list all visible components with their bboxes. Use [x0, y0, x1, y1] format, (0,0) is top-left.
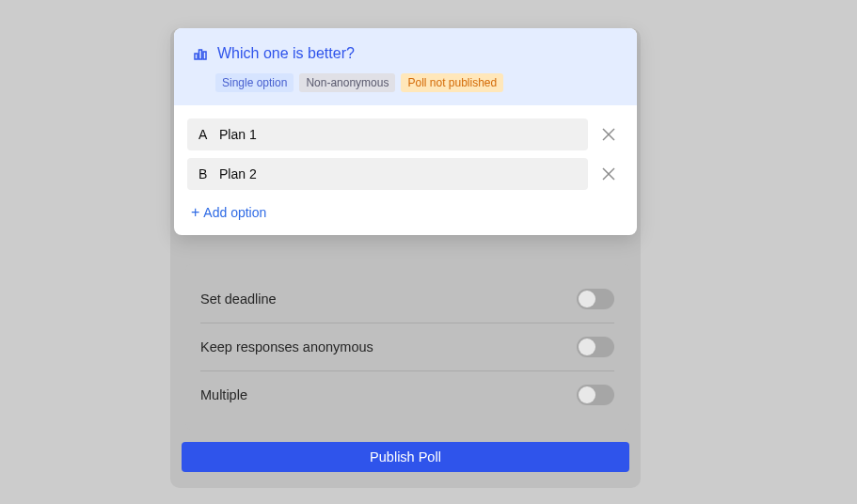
- close-icon: [602, 167, 615, 181]
- poll-settings-section: Set deadline Keep responses anonymous Mu…: [185, 264, 629, 430]
- plus-icon: +: [191, 205, 199, 220]
- option-text-input[interactable]: [219, 127, 577, 142]
- option-row: B: [183, 158, 627, 190]
- remove-option-button[interactable]: [597, 163, 620, 185]
- toggle-knob: [579, 386, 595, 403]
- setting-deadline-row: Set deadline: [200, 276, 614, 323]
- close-icon: [602, 128, 615, 141]
- tag-selection-mode: Single option: [215, 73, 294, 92]
- tag-status: Poll not published: [401, 73, 503, 92]
- poll-title-row: Which one is better?: [193, 45, 618, 62]
- poll-header: Which one is better? Single option Non-a…: [174, 28, 637, 105]
- remove-option-button[interactable]: [597, 123, 620, 146]
- toggle-knob: [579, 291, 595, 307]
- poll-title: Which one is better?: [217, 45, 355, 62]
- add-option-button[interactable]: + Add option: [183, 197, 627, 220]
- poll-card: Which one is better? Single option Non-a…: [174, 28, 637, 235]
- poll-tags-row: Single option Non-anonymous Poll not pub…: [215, 73, 618, 92]
- multiple-toggle[interactable]: [577, 385, 614, 405]
- deadline-toggle[interactable]: [577, 289, 614, 309]
- setting-multiple-row: Multiple: [200, 370, 614, 418]
- tag-anonymity: Non-anonymous: [299, 73, 395, 92]
- publish-button-label: Publish Poll: [370, 449, 441, 465]
- option-input-container[interactable]: B: [187, 158, 588, 190]
- setting-anonymous-label: Keep responses anonymous: [200, 339, 373, 354]
- setting-deadline-label: Set deadline: [200, 291, 277, 307]
- add-option-label: Add option: [203, 205, 266, 220]
- anonymous-toggle[interactable]: [577, 337, 614, 357]
- svg-rect-1: [199, 50, 202, 59]
- setting-anonymous-row: Keep responses anonymous: [200, 323, 614, 370]
- svg-rect-2: [203, 52, 206, 59]
- option-input-container[interactable]: A: [187, 118, 588, 150]
- svg-rect-0: [195, 54, 198, 59]
- publish-poll-button[interactable]: Publish Poll: [182, 442, 629, 472]
- setting-multiple-label: Multiple: [200, 387, 247, 402]
- option-letter: B: [198, 166, 210, 181]
- poll-options-section: A B + Add opt: [174, 105, 637, 235]
- option-letter: A: [198, 127, 210, 142]
- poll-icon: [193, 46, 208, 61]
- option-row: A: [183, 118, 627, 150]
- toggle-knob: [579, 339, 595, 355]
- option-text-input[interactable]: [219, 166, 577, 181]
